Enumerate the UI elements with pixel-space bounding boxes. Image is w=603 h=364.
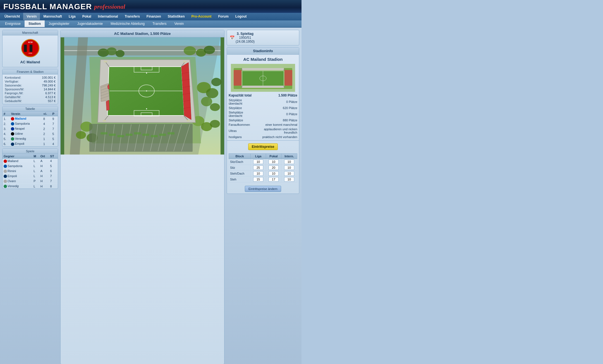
svg-point-23 (210, 103, 220, 111)
price-input-sitz-dach-pokal[interactable] (269, 160, 279, 164)
nav-logout[interactable]: Logout (232, 13, 250, 20)
svg-rect-86 (186, 120, 190, 122)
stadium-panel: AC Mailand Stadion, 1.500 Plätze (60, 30, 224, 364)
price-row-sitz-dach: Sitz/Dach (229, 159, 297, 165)
price-input-steh-dach-pokal[interactable] (269, 171, 279, 176)
price-input-sitz-dach-liga[interactable] (253, 160, 263, 164)
table-row: 4. Udine 2 5 (3, 131, 58, 136)
eintrittpreise-button[interactable]: Eintrittspreise (248, 143, 278, 150)
stadium-thumbnail (231, 64, 295, 92)
svg-point-62 (146, 73, 147, 74)
nav-forum[interactable]: Forum (215, 13, 232, 20)
team-name: AC Mailand (5, 60, 55, 64)
svg-rect-93 (284, 70, 292, 86)
svg-rect-47 (126, 134, 133, 136)
price-input-steh-dach-liga[interactable] (253, 171, 263, 176)
price-input-steh-intern[interactable] (284, 177, 294, 182)
col-diff: +/- (42, 112, 51, 116)
nav-ubersicht[interactable]: Übersicht (1, 13, 23, 20)
match-row: Mailand LA4 (3, 158, 58, 163)
stats-row-fan: Fanaufkommen einer kommt manchmal (227, 122, 299, 127)
eintrittspreise-aendern-button[interactable]: Eintrittspreise ändern (245, 186, 281, 192)
col-verein: Verein (10, 112, 42, 116)
table-row: 5. Venedig 1 5 (3, 136, 58, 141)
svg-rect-92 (234, 70, 241, 86)
nav-finanzen[interactable]: Finanzen (143, 13, 164, 20)
svg-rect-84 (103, 120, 106, 122)
svg-point-63 (146, 108, 147, 109)
nav-jugendakademie[interactable]: Jugendakademie (73, 20, 107, 27)
nav-transfers[interactable]: Transfers (121, 13, 143, 20)
svg-point-26 (210, 120, 220, 128)
col-st: ST (49, 154, 58, 159)
price-input-steh-liga[interactable] (253, 177, 263, 182)
date-badge: 📅 3. Spieltag 1950/51 (24.08.1950) (227, 30, 299, 45)
finance-row-fanprogn: Fanprogn./W: 6.977 € (5, 91, 56, 95)
price-input-steh-dach-intern[interactable] (284, 171, 294, 176)
stadium-thumb-svg (231, 64, 295, 92)
col-ort: Ort (39, 154, 49, 159)
price-row-sitz: Sitz (229, 165, 297, 171)
svg-marker-78 (106, 100, 109, 110)
price-input-sitz-dach-intern[interactable] (284, 160, 294, 164)
svg-rect-50 (151, 135, 158, 137)
team-icon (11, 127, 14, 131)
nav-transfers-sub[interactable]: Transfers (149, 20, 170, 27)
svg-rect-48 (134, 132, 141, 134)
nav-mannschaft[interactable]: Mannschaft (40, 13, 65, 20)
matches-panel: Spiele Gegner M Ort ST Mailand LA4 (2, 148, 58, 189)
price-input-steh-pokal[interactable] (269, 177, 279, 182)
stadioninfo-name: AC Mailand Stadion (227, 55, 299, 63)
matches-table: Gegner M Ort ST Mailand LA4 Sampdoria LH… (3, 154, 58, 189)
finance-panel-title: Finanzen & Stadion (3, 69, 58, 74)
league-table: # Verein +/- P 1. Mailand 8 9 2. (3, 112, 58, 146)
stats-row-sitz-dach: Sitzplätze überdacht 0 Plätze (227, 98, 299, 106)
price-input-sitz-liga[interactable] (253, 165, 263, 170)
nav-stadion[interactable]: Stadion (25, 20, 45, 27)
table-row: 3. Neapel 2 7 (3, 126, 58, 131)
svg-rect-46 (117, 135, 124, 137)
price-section: Block Liga Pokal Intern. Sitz/Dach (227, 152, 299, 184)
calendar-icon: 📅 (230, 35, 234, 40)
table-row: 6. Empoli 1 4 (3, 141, 58, 146)
finance-panel: Finanzen & Stadion Kontostand: 100.001 €… (2, 69, 58, 104)
nav-secondary: Ereignisse Stadion Jugendspieler Jugenda… (0, 20, 302, 28)
nav-medizin[interactable]: Medizinische Abteilung (107, 20, 149, 27)
price-row-steh-dach: Steh/Dach (229, 171, 297, 177)
price-input-sitz-intern[interactable] (284, 165, 294, 170)
match-row: Empoli LH7 (3, 173, 58, 179)
svg-rect-2 (27, 45, 30, 52)
logo-subtitle: professional (94, 3, 125, 10)
match-row: Venedig LH8 (3, 184, 58, 189)
nav-pokal[interactable]: Pokal (79, 13, 95, 20)
finance-row-gehalter: Gehälter/W: 4.513 € (5, 95, 56, 99)
nav-verein-sub[interactable]: Verein (170, 20, 188, 27)
stadium-center: AC Mailand Stadion, 1.500 Plätze (60, 30, 224, 364)
svg-rect-52 (168, 132, 174, 134)
nav-verein[interactable]: Verein (23, 13, 40, 20)
stadium-image (61, 37, 224, 155)
team-icon (4, 170, 7, 173)
svg-point-20 (206, 88, 218, 98)
match-row: Sampdoria LH5 (3, 163, 58, 168)
team-panel: Mannschaft ACM 1899 AC Mailand (2, 30, 58, 67)
svg-rect-95 (242, 86, 284, 88)
svg-rect-82 (183, 61, 186, 62)
league-panel-title: Tabelle (3, 106, 58, 112)
league-table-panel: Tabelle # Verein +/- P 1. Mailand 8 9 (2, 106, 58, 147)
finance-table: Kontostand: 100.001 € Verfügbar: 49.000 … (3, 74, 58, 104)
svg-point-22 (201, 97, 212, 106)
nav-ereignisse[interactable]: Ereignisse (1, 20, 25, 27)
nav-jugendspieler[interactable]: Jugendspieler (45, 20, 73, 27)
svg-text:ACM: ACM (28, 41, 32, 43)
nav-international[interactable]: International (95, 13, 121, 20)
nav-pro-account[interactable]: Pro-Account (188, 13, 215, 20)
team-logo: ACM 1899 (20, 38, 40, 58)
date-text-detail: (24.08.1950) (236, 40, 255, 44)
nav-statistiken[interactable]: Statistiken (164, 13, 188, 20)
price-input-sitz-pokal[interactable] (269, 165, 279, 170)
nav-liga[interactable]: Liga (65, 13, 79, 20)
separator (227, 140, 299, 141)
col-pts: P (51, 112, 58, 116)
season-text: 1950/51 (236, 36, 255, 40)
